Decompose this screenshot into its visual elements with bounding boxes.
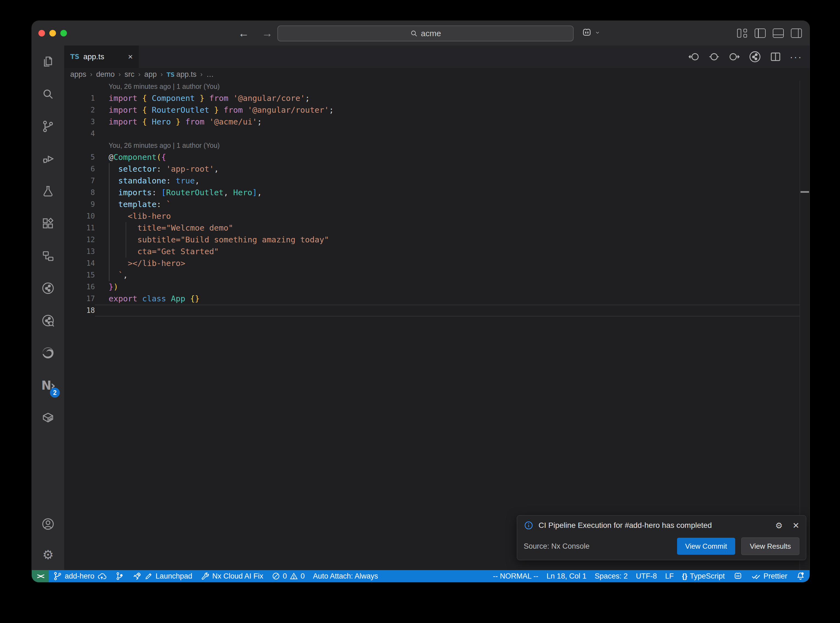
sidebar-item-graph-search[interactable] [32, 304, 64, 337]
container-icon [41, 411, 55, 424]
minimize-window-button[interactable] [49, 30, 56, 37]
code-line[interactable]: standalone: true, [95, 175, 200, 187]
next-change-icon[interactable] [728, 51, 740, 63]
wrench-icon [201, 571, 210, 581]
code-line[interactable]: import { Component } from '@angular/core… [95, 92, 310, 104]
back-arrow-icon[interactable]: ← [238, 21, 249, 46]
line-number: 15 [64, 269, 95, 281]
auto-attach-status[interactable]: Auto Attach: Always [309, 570, 382, 582]
more-actions-icon[interactable]: ··· [790, 52, 802, 62]
code-line[interactable]: import { RouterOutlet } from '@angular/r… [95, 104, 334, 116]
prettier-status[interactable]: Prettier [747, 570, 791, 582]
tab-label: app.ts [83, 52, 124, 61]
code-row: 5@Component({ [64, 151, 809, 163]
code-line[interactable]: `, [95, 269, 128, 281]
run-debug-icon [41, 152, 55, 165]
nx-graph-icon[interactable] [749, 51, 761, 63]
sidebar-item-account[interactable] [32, 509, 64, 539]
indentation-status[interactable]: Spaces: 2 [591, 570, 632, 582]
notification-settings-icon[interactable]: ⚙ [775, 521, 783, 530]
view-commit-button[interactable]: View Commit [677, 538, 736, 555]
code-line[interactable]: import { Hero } from '@acme/ui'; [95, 116, 262, 128]
problems-status[interactable]: 0 0 [267, 570, 309, 582]
toggle-panel-icon[interactable] [773, 29, 784, 38]
sidebar-item-nx-console[interactable]: N› 2 [32, 369, 64, 401]
overview-ruler-marker [800, 191, 809, 193]
sidebar-item-extensions[interactable] [32, 207, 64, 239]
vim-mode-status[interactable]: -- NORMAL -- [489, 570, 542, 582]
close-tab-icon[interactable]: × [128, 52, 133, 61]
sidebar-item-container[interactable] [32, 401, 64, 434]
sidebar-item-edge-tools[interactable] [32, 337, 64, 369]
line-number: 10 [64, 210, 95, 222]
copilot-status[interactable] [729, 570, 747, 582]
sidebar-item-testing[interactable] [32, 175, 64, 207]
activity-bar: N› 2 ⚙ [32, 46, 64, 570]
errors-icon [272, 572, 280, 580]
nx-cloud-fix-status[interactable]: Nx Cloud AI Fix [197, 570, 267, 582]
editor-scrollbar[interactable] [800, 81, 809, 570]
code-line[interactable]: imports: [RouterOutlet, Hero], [95, 187, 262, 198]
view-results-button[interactable]: View Results [741, 537, 799, 555]
code-line[interactable]: subtitle="Build something amazing today" [95, 234, 329, 246]
sidebar-item-graph[interactable] [32, 272, 64, 304]
current-change-icon[interactable] [708, 51, 720, 63]
edge-tools-icon [41, 346, 55, 359]
sidebar-item-explorer[interactable] [32, 46, 64, 78]
zoom-window-button[interactable] [60, 30, 67, 37]
code-line[interactable]: title="Welcmoe demo" [95, 222, 233, 234]
customize-layout-icon[interactable] [737, 28, 748, 38]
command-center-search[interactable]: acme [277, 26, 574, 41]
copilot-menu[interactable] [581, 27, 600, 38]
toggle-sidebar-icon[interactable] [755, 29, 766, 38]
code-line[interactable] [95, 128, 109, 140]
breadcrumb-item[interactable]: TSapp.ts [166, 70, 197, 79]
breadcrumb-item[interactable]: apps [70, 70, 86, 79]
breadcrumb-item[interactable]: src [124, 70, 134, 79]
breadcrumb-item[interactable]: app [144, 70, 157, 79]
branch-status[interactable]: add-hero [49, 570, 111, 582]
account-icon [41, 517, 55, 531]
sidebar-item-search[interactable] [32, 78, 64, 110]
commit-graph-status[interactable] [111, 570, 128, 582]
close-notification-icon[interactable]: ✕ [792, 521, 799, 530]
forward-arrow-icon[interactable]: → [262, 21, 273, 46]
code-line[interactable] [95, 305, 109, 316]
code-line[interactable]: selector: 'app-root', [95, 163, 219, 175]
split-editor-icon[interactable] [769, 51, 782, 63]
close-window-button[interactable] [38, 30, 45, 37]
code-line[interactable]: cta="Get Started" [95, 246, 219, 258]
line-number: 4 [64, 128, 95, 140]
notifications-status[interactable] [791, 570, 809, 582]
eol-status[interactable]: LF [661, 570, 678, 582]
code-row: 9 template: ` [64, 198, 809, 210]
notification-source: Source: Nx Console [524, 542, 671, 551]
code-line[interactable]: <lib-hero [95, 210, 171, 222]
bell-dot-icon [795, 571, 805, 581]
sidebar-item-hierarchy[interactable] [32, 239, 64, 272]
code-line[interactable]: export class App {} [95, 293, 200, 305]
code-editor[interactable]: You, 26 minutes ago | 1 author (You)1imp… [64, 81, 809, 570]
sidebar-item-run-debug[interactable] [32, 143, 64, 175]
typescript-file-icon: TS [166, 72, 175, 78]
previous-change-icon[interactable] [688, 51, 700, 63]
encoding-status[interactable]: UTF-8 [632, 570, 661, 582]
explorer-icon [41, 55, 55, 68]
code-row: 1import { Component } from '@angular/cor… [64, 92, 809, 104]
language-status[interactable]: {} TypeScript [678, 570, 729, 582]
launchpad-status[interactable]: Launchpad [128, 570, 197, 582]
cursor-position-status[interactable]: Ln 18, Col 1 [542, 570, 591, 582]
sidebar-item-settings[interactable]: ⚙ [32, 539, 64, 570]
toggle-secondary-sidebar-icon[interactable] [791, 29, 802, 38]
breadcrumb-item[interactable]: demo [96, 70, 115, 79]
sidebar-item-source-control[interactable] [32, 110, 64, 143]
breadcrumb-item[interactable]: … [206, 70, 214, 79]
code-line[interactable]: }) [95, 281, 118, 293]
code-line[interactable]: ></lib-hero> [95, 258, 185, 269]
settings-gear-icon: ⚙ [42, 547, 54, 562]
code-line[interactable]: template: ` [95, 198, 171, 210]
remote-indicator[interactable]: >< [32, 570, 49, 582]
tab-app-ts[interactable]: TS app.ts × [64, 46, 139, 68]
launchpad-label: Launchpad [155, 572, 192, 580]
code-line[interactable]: @Component({ [95, 151, 166, 163]
